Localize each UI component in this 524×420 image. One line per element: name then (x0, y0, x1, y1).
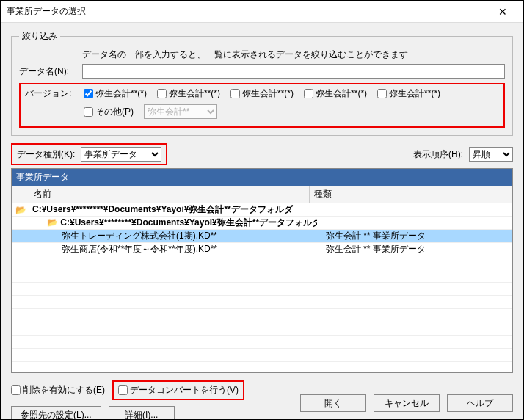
folder-icon: 📂 (15, 205, 26, 215)
filter-hint: データ名の一部を入力すると、一覧に表示されるデータを絞り込むことができます (82, 48, 505, 61)
convert-label: データコンバートを行う(V) (130, 384, 239, 397)
datakind-highlight: データ種別(K): 事業所データ (11, 143, 167, 165)
table-header: 名前 種類 (12, 186, 512, 203)
ref-settings-button[interactable]: 参照先の設定(L)... (11, 406, 101, 420)
table-row[interactable] (12, 296, 512, 309)
table-row[interactable] (12, 269, 512, 283)
row-kind: 弥生会計 ** 事業所データ (323, 230, 512, 242)
version-checkbox-0[interactable]: 弥生会計**(*) (84, 87, 147, 100)
table-row[interactable] (12, 336, 512, 349)
version-checkbox-input-3[interactable] (304, 89, 313, 98)
footer: 開く キャンセル ヘルプ (300, 394, 513, 412)
version-checkbox-label-0: 弥生会計**(*) (95, 87, 147, 100)
table-row[interactable] (12, 322, 512, 336)
col-name[interactable]: 名前 (29, 186, 310, 203)
table-row[interactable]: 弥生トレーディング株式会社(1期).KD**弥生会計 ** 事業所データ (12, 230, 512, 243)
order-select[interactable]: 昇順 (469, 147, 513, 162)
titlebar: 事業所データの選択 ✕ (1, 1, 523, 23)
filter-legend: 絞り込み (19, 30, 60, 43)
table-title: 事業所データ (12, 169, 512, 186)
version-row: 弥生会計**(*)弥生会計**(*)弥生会計**(*)弥生会計**(*)弥生会計… (84, 87, 499, 100)
version-checkbox-input-0[interactable] (84, 89, 93, 98)
other-checkbox[interactable]: その他(P) (84, 106, 134, 118)
version-checkbox-input-4[interactable] (377, 89, 387, 98)
delete-enable-label: 削除を有効にする(E) (23, 384, 105, 397)
table-row[interactable] (12, 309, 512, 322)
version-highlight: バージョン: 弥生会計**(*)弥生会計**(*)弥生会計**(*)弥生会計**… (19, 83, 505, 128)
convert-checkbox[interactable]: データコンバートを行う(V) (118, 384, 239, 397)
folder-icon: 📂 (47, 217, 60, 228)
table-row[interactable] (12, 362, 512, 372)
delete-enable-checkbox[interactable]: 削除を有効にする(E) (11, 384, 105, 397)
table-row[interactable]: 📂 C:¥Users¥********¥Documents¥Yayoi¥弥生会計… (12, 217, 512, 230)
convert-highlight: データコンバートを行う(V) (112, 380, 244, 400)
row-kind: 弥生会計 ** 事業所データ (323, 243, 512, 256)
datakind-select[interactable]: 事業所データ (81, 147, 161, 162)
row-name: 弥生トレーディング株式会社(1期).KD** (29, 230, 323, 242)
version-checkbox-label-3: 弥生会計**(*) (316, 87, 367, 100)
table-row[interactable] (12, 349, 512, 362)
order-label: 表示順序(H): (413, 148, 463, 161)
delete-enable-input[interactable] (11, 385, 21, 395)
window-title: 事業所データの選択 (7, 5, 488, 18)
table-row[interactable]: 📂C:¥Users¥********¥Documents¥Yayoi¥弥生会計*… (12, 203, 512, 217)
version-checkbox-3[interactable]: 弥生会計**(*) (304, 87, 367, 100)
version-label: バージョン: (25, 87, 84, 123)
col-kind[interactable]: 種類 (310, 186, 512, 203)
table-row[interactable] (12, 283, 512, 296)
convert-input[interactable] (118, 385, 128, 395)
dataname-input[interactable] (82, 64, 505, 79)
version-checkbox-2[interactable]: 弥生会計**(*) (230, 87, 294, 100)
version-checkbox-label-2: 弥生会計**(*) (242, 87, 294, 100)
row-name: C:¥Users¥********¥Documents¥Yayoi¥弥生会計**… (29, 203, 310, 216)
datakind-label: データ種別(K): (17, 148, 75, 161)
version-checkbox-4[interactable]: 弥生会計**(*) (377, 87, 440, 100)
cancel-button[interactable]: キャンセル (374, 394, 440, 412)
version-checkbox-1[interactable]: 弥生会計**(*) (157, 87, 220, 100)
details-button[interactable]: 詳細(I)... (109, 406, 175, 420)
help-button[interactable]: ヘルプ (447, 394, 513, 412)
close-icon[interactable]: ✕ (488, 6, 517, 18)
version-checkbox-label-1: 弥生会計**(*) (169, 87, 220, 100)
dataname-label: データ名(N): (19, 65, 78, 78)
version-checkbox-input-2[interactable] (230, 89, 240, 98)
other-label: その他(P) (95, 106, 134, 118)
row-name: 📂 C:¥Users¥********¥Documents¥Yayoi¥弥生会計… (29, 217, 317, 229)
filter-group: 絞り込み データ名の一部を入力すると、一覧に表示されるデータを絞り込むことができ… (11, 30, 513, 136)
open-button[interactable]: 開く (300, 394, 366, 412)
table-row[interactable]: 弥生商店(令和**年度～令和**年度).KD**弥生会計 ** 事業所データ (12, 243, 512, 256)
version-checkbox-label-4: 弥生会計**(*) (389, 87, 440, 100)
other-checkbox-input[interactable] (84, 107, 93, 117)
content: 絞り込み データ名の一部を入力すると、一覧に表示されるデータを絞り込むことができ… (1, 23, 523, 420)
table-body[interactable]: 📂C:¥Users¥********¥Documents¥Yayoi¥弥生会計*… (12, 203, 512, 372)
row-name: 弥生商店(令和**年度～令和**年度).KD** (29, 243, 323, 256)
table-row[interactable] (12, 256, 512, 269)
version-checkbox-input-1[interactable] (157, 89, 167, 98)
data-table: 事業所データ 名前 種類 📂C:¥Users¥********¥Document… (11, 168, 513, 373)
other-select[interactable]: 弥生会計** (144, 104, 217, 119)
